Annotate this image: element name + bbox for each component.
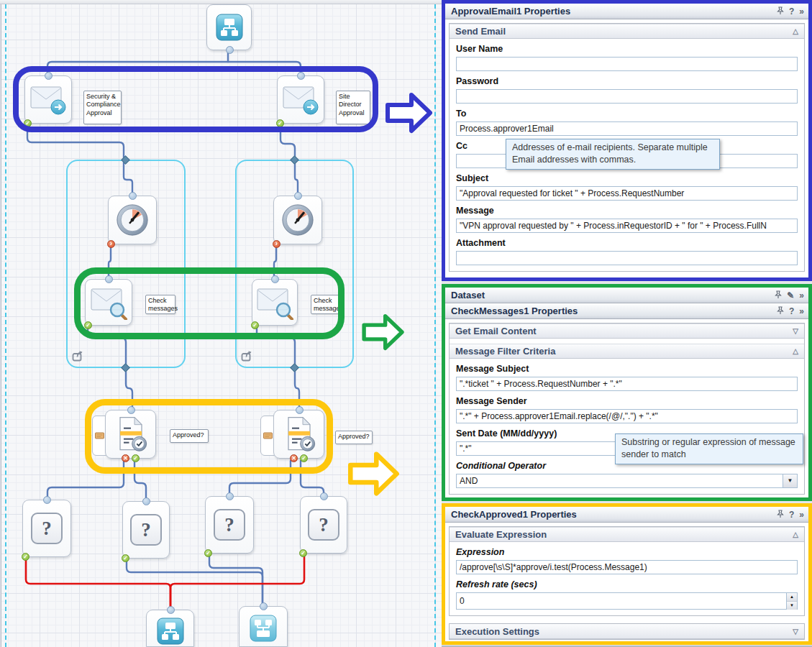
section-box-execution: Execution Settings ▽ bbox=[449, 623, 805, 640]
field-label-refresh: Refresh rate (secs) bbox=[456, 579, 798, 589]
field-label-to: To bbox=[456, 109, 798, 119]
output-port[interactable] bbox=[226, 46, 234, 54]
success-port[interactable] bbox=[22, 553, 29, 561]
start-node[interactable] bbox=[206, 4, 252, 50]
refresh-rate-input[interactable] bbox=[457, 593, 785, 609]
section-execution-settings[interactable]: Execution Settings ▽ bbox=[450, 624, 804, 639]
field-label-msg-sender: Message Sender bbox=[456, 396, 798, 406]
edit-icon[interactable]: ✎ bbox=[787, 291, 794, 300]
input-port[interactable] bbox=[320, 492, 328, 500]
to-input[interactable] bbox=[456, 121, 798, 136]
field-label-username: User Name bbox=[456, 44, 798, 54]
msg-subject-input[interactable] bbox=[456, 377, 798, 391]
pin-icon[interactable] bbox=[775, 290, 782, 300]
timer-icon bbox=[279, 201, 316, 239]
panel-title-bar: ApprovalEmail1 Properties ? » bbox=[445, 4, 808, 19]
tooltip-recipients: Addresses of e-mail recipients. Separate… bbox=[506, 139, 720, 170]
question-icon: ? bbox=[308, 509, 339, 541]
field-label-expression: Expression bbox=[456, 547, 798, 557]
subject-input[interactable] bbox=[456, 186, 798, 201]
pin-icon[interactable] bbox=[777, 510, 784, 520]
success-port[interactable] bbox=[204, 549, 212, 557]
input-port[interactable] bbox=[129, 192, 137, 200]
dropdown-value: AND bbox=[457, 474, 797, 487]
panel-body: Get Email Content ▽ Message Filter Crite… bbox=[449, 323, 805, 495]
section-get-email-content[interactable]: Get Email Content ▽ bbox=[450, 324, 804, 339]
msg-sender-input[interactable] bbox=[456, 409, 798, 423]
timer-icon bbox=[114, 201, 151, 239]
password-input[interactable] bbox=[456, 89, 798, 104]
collapse-section-icon: △ bbox=[793, 347, 798, 355]
success-port[interactable] bbox=[299, 549, 307, 557]
input-port[interactable] bbox=[43, 496, 51, 504]
field-label-msg-subject: Message Subject bbox=[456, 364, 798, 374]
conditional-operator-dropdown[interactable]: AND ▼ bbox=[456, 474, 798, 488]
question-node-2[interactable]: ? bbox=[122, 501, 170, 559]
workflow-canvas[interactable]: Security & Compliance Approval Site Dire… bbox=[0, 0, 442, 647]
end-node-1[interactable] bbox=[146, 610, 194, 647]
success-port[interactable] bbox=[122, 554, 129, 562]
pin-icon[interactable] bbox=[777, 306, 784, 316]
expression-input[interactable] bbox=[456, 560, 798, 574]
help-icon[interactable]: ? bbox=[789, 7, 794, 16]
section-send-email[interactable]: Send Email △ bbox=[450, 24, 804, 39]
message-input[interactable] bbox=[456, 219, 798, 233]
subworkflow-icon bbox=[249, 614, 278, 643]
collapse-panel-icon[interactable]: » bbox=[799, 510, 804, 519]
field-label-subject: Subject bbox=[456, 173, 798, 183]
question-node-3[interactable]: ? bbox=[205, 496, 254, 554]
question-node-4[interactable]: ? bbox=[300, 496, 347, 554]
question-icon: ? bbox=[130, 514, 162, 546]
collapse-section-icon: △ bbox=[793, 27, 798, 35]
field-label-attachment: Attachment bbox=[456, 238, 798, 248]
panel-body: Evaluate Expression △ Expression Refresh… bbox=[449, 526, 805, 616]
properties-sidebar: ApprovalEmail1 Properties ? » Send Email… bbox=[442, 0, 812, 647]
annotation-rect-blue bbox=[13, 66, 378, 132]
timeout-port[interactable] bbox=[273, 240, 280, 248]
refresh-rate-stepper[interactable]: ▲ ▼ bbox=[456, 592, 798, 610]
panel-title-bar: CheckMessages1 Properties ? » bbox=[445, 303, 808, 319]
workflow-designer-window: Security & Compliance Approval Site Dire… bbox=[0, 0, 812, 647]
dataset-title: Dataset bbox=[451, 290, 485, 300]
spinner-up-icon[interactable]: ▲ bbox=[787, 593, 797, 602]
annotation-rect-green bbox=[74, 267, 345, 339]
input-port[interactable] bbox=[142, 497, 150, 505]
input-port[interactable] bbox=[167, 606, 175, 614]
timeout-port[interactable] bbox=[107, 240, 115, 248]
input-port[interactable] bbox=[226, 492, 234, 500]
help-icon[interactable]: ? bbox=[789, 307, 794, 316]
attachment-input[interactable] bbox=[456, 251, 798, 265]
annotation-arrow-yellow bbox=[348, 451, 400, 497]
tooltip-sender: Substring or regular expression of messa… bbox=[615, 433, 803, 464]
loop-icon bbox=[71, 349, 84, 362]
field-label-password: Password bbox=[456, 76, 798, 86]
annotation-arrow-blue bbox=[386, 92, 433, 134]
end-node-2[interactable] bbox=[239, 606, 288, 647]
username-input[interactable] bbox=[456, 57, 798, 71]
field-label-message: Message bbox=[456, 206, 798, 216]
workflow-icon bbox=[215, 13, 244, 42]
panel-title: ApprovalEmail1 Properties bbox=[451, 6, 570, 17]
spinner-down-icon[interactable]: ▼ bbox=[787, 602, 797, 610]
pin-icon[interactable] bbox=[777, 6, 784, 17]
panel-approval-email: ApprovalEmail1 Properties ? » Send Email… bbox=[442, 0, 812, 281]
loop-icon bbox=[240, 349, 253, 362]
input-port[interactable] bbox=[294, 192, 302, 200]
expand-section-icon: ▽ bbox=[793, 327, 798, 335]
node-label-approved2[interactable]: Approved? bbox=[335, 431, 373, 444]
question-icon: ? bbox=[31, 513, 63, 544]
panel-title: CheckApproved1 Properties bbox=[451, 509, 577, 520]
dropdown-arrow-icon[interactable]: ▼ bbox=[783, 474, 797, 487]
collapse-panel-icon[interactable]: » bbox=[799, 307, 804, 316]
section-message-filter[interactable]: Message Filter Criteria △ bbox=[450, 344, 804, 359]
question-node-1[interactable]: ? bbox=[22, 500, 71, 557]
section-evaluate-expression[interactable]: Evaluate Expression △ bbox=[450, 527, 804, 542]
question-icon: ? bbox=[214, 509, 245, 541]
help-icon[interactable]: ? bbox=[789, 510, 794, 519]
annotation-arrow-green bbox=[355, 313, 411, 351]
collapse-panel-icon[interactable]: » bbox=[799, 7, 804, 16]
input-port[interactable] bbox=[260, 602, 268, 610]
collapse-panel-icon[interactable]: » bbox=[799, 291, 804, 300]
timer-node-1[interactable] bbox=[108, 196, 157, 244]
timer-node-2[interactable] bbox=[273, 196, 322, 244]
